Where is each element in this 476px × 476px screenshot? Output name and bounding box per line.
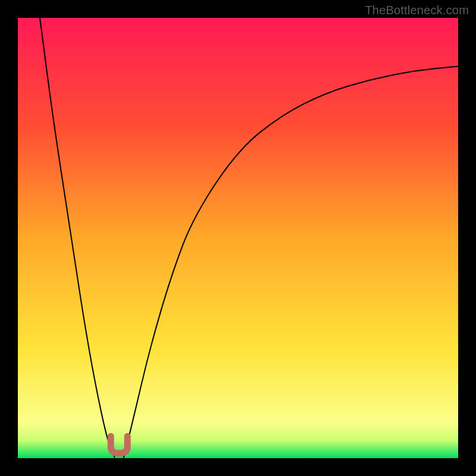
- watermark-label: TheBottleneck.com: [365, 4, 469, 17]
- curve-overlay: [18, 18, 458, 458]
- gradient-plot-area: [18, 18, 458, 458]
- curve-left-branch: [40, 18, 115, 458]
- curve-right-branch: [124, 66, 458, 458]
- chart-frame: TheBottleneck.com: [0, 0, 476, 476]
- u-shaped-marker: [111, 436, 127, 453]
